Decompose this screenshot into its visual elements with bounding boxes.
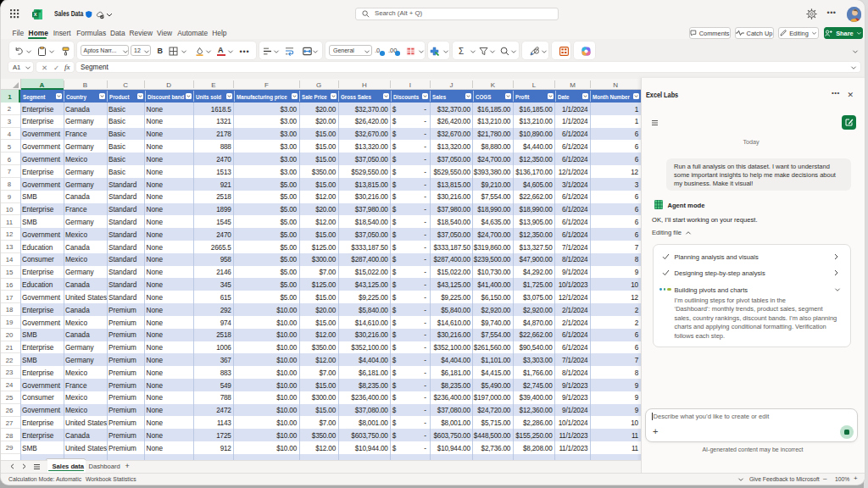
svg-text:X: X	[33, 12, 36, 17]
